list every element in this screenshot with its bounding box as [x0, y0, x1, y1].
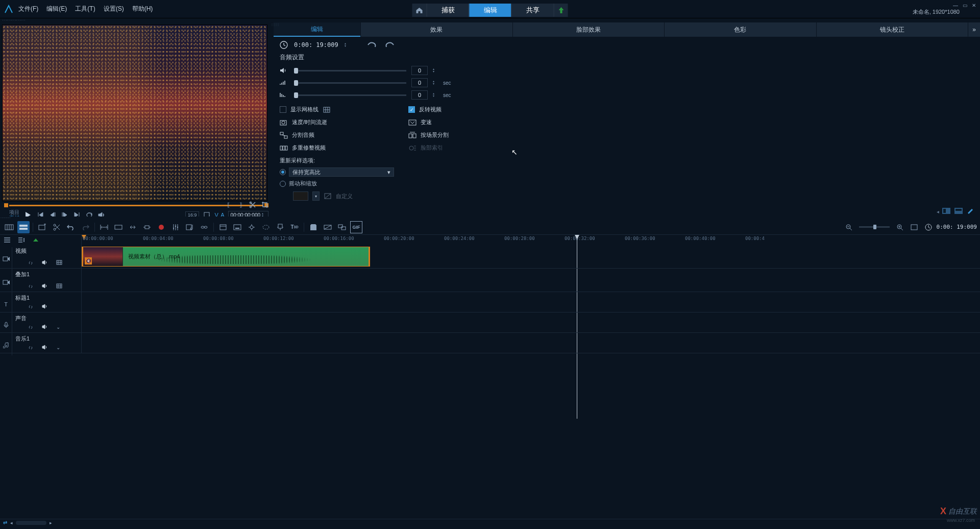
track-link-icon[interactable]: [28, 345, 34, 351]
subtab-color[interactable]: 色彩: [664, 22, 816, 37]
timeline-scrollbar[interactable]: ⇄ ◂ ▸: [0, 519, 980, 526]
scissors-icon[interactable]: [51, 221, 63, 233]
zoom-out-icon[interactable]: [843, 221, 855, 233]
fadein-slider[interactable]: [294, 82, 406, 84]
footer-edit-icon[interactable]: [967, 208, 976, 215]
subtab-expand-icon[interactable]: »: [968, 22, 980, 37]
track-motion-icon[interactable]: [246, 221, 258, 233]
duration-spinner[interactable]: ▴▾: [345, 42, 349, 47]
speed-timelapse-button[interactable]: 速度/时间流逝: [280, 118, 408, 126]
storyboard-view-icon[interactable]: [3, 221, 15, 233]
undo-button[interactable]: [65, 221, 77, 233]
track-disable-icon[interactable]: [56, 260, 62, 266]
track-link-icon[interactable]: [28, 260, 34, 266]
export-up-icon[interactable]: [554, 4, 568, 17]
snapshot-icon[interactable]: [307, 221, 320, 233]
clip-mute-icon[interactable]: 🔇: [85, 257, 92, 264]
track-mute-icon[interactable]: [42, 283, 48, 290]
subtitle-icon[interactable]: [231, 221, 243, 233]
fadeout-slider[interactable]: [294, 94, 406, 96]
show-gridlines-checkbox[interactable]: [280, 106, 286, 113]
track-link-icon[interactable]: [28, 304, 34, 310]
pan-zoom-icon[interactable]: [336, 221, 348, 233]
custom-color-dropdown[interactable]: ▾: [312, 191, 320, 201]
track-header-overlay[interactable]: 叠加1: [0, 269, 82, 292]
split-by-scene-button[interactable]: 按场景分割: [408, 131, 537, 139]
zoom-in-icon[interactable]: [894, 221, 906, 233]
track-header-sound[interactable]: 声音 ⌄: [0, 312, 82, 333]
track-mute-icon[interactable]: [42, 324, 48, 330]
show-gridlines-option[interactable]: 显示网格线: [280, 106, 408, 113]
track-header-video[interactable]: 视频: [0, 245, 82, 269]
marker-icon[interactable]: [274, 221, 286, 233]
scrub-bar[interactable]: ⟦ ⟧: [2, 202, 271, 208]
title-lane[interactable]: [82, 292, 980, 312]
maximize-button[interactable]: ▭: [962, 2, 968, 8]
scroll-right-icon[interactable]: ▸: [50, 520, 52, 525]
chain-icon[interactable]: [198, 221, 210, 233]
tracks-up-icon[interactable]: [32, 234, 40, 246]
close-button[interactable]: ✕: [971, 2, 977, 8]
volume-spinner[interactable]: ▴▾: [433, 68, 437, 73]
record-icon[interactable]: [155, 221, 167, 233]
custom-label[interactable]: 自定义: [336, 193, 353, 200]
mode-capture[interactable]: 捕获: [427, 4, 469, 17]
track-lanes[interactable]: 🔇 视频素材（总）.mp4: [82, 245, 980, 353]
track-disable-icon[interactable]: [56, 283, 62, 290]
multi-trim-button[interactable]: 多重修整视频: [280, 144, 408, 152]
menu-settings[interactable]: 设置(S): [104, 5, 124, 13]
scrollbar-toggle-icon[interactable]: ⇄: [3, 520, 7, 525]
reverse-video-checkbox[interactable]: ✓: [408, 106, 415, 113]
mode-share[interactable]: 共享: [511, 4, 554, 17]
list-menu-icon[interactable]: [3, 234, 11, 246]
menu-file[interactable]: 文件(F): [18, 5, 38, 13]
scroll-left-icon[interactable]: ◂: [10, 520, 13, 525]
volume-slider[interactable]: [294, 70, 406, 71]
track-header-title[interactable]: T 标题1: [0, 292, 82, 312]
track-expand-icon[interactable]: ⌄: [56, 345, 60, 351]
mark-out-icon[interactable]: ⟧: [236, 200, 245, 209]
fadeout-spinner[interactable]: ▴▾: [433, 92, 437, 98]
slip-icon[interactable]: [127, 221, 139, 233]
grid-settings-icon[interactable]: [323, 106, 331, 113]
custom-color-swatch[interactable]: [293, 191, 308, 201]
track-link-icon[interactable]: [28, 283, 34, 290]
scroll-thumb[interactable]: [16, 521, 46, 525]
track-header-music[interactable]: 音乐1 ⌄: [0, 333, 82, 353]
crop-icon[interactable]: [260, 200, 270, 209]
footer-layout2-icon[interactable]: [954, 208, 964, 215]
trim-in-out-icon[interactable]: [98, 221, 110, 233]
menu-help[interactable]: 帮助(H): [132, 5, 153, 13]
redo-button[interactable]: [79, 221, 91, 233]
mode-edit[interactable]: 编辑: [469, 4, 511, 17]
keep-aspect-radio[interactable]: 保持宽高比▾: [280, 167, 974, 177]
scrub-in-marker[interactable]: [4, 203, 8, 207]
footer-collapse-icon[interactable]: ◂: [937, 209, 939, 214]
reverse-video-option[interactable]: ✓ 反转视频: [408, 106, 537, 113]
minimize-button[interactable]: —: [952, 2, 959, 8]
undo-icon[interactable]: [367, 41, 378, 49]
pan-zoom-radio[interactable]: 摇动和缩放: [280, 180, 974, 187]
track-expand-icon[interactable]: ⌄: [56, 324, 60, 330]
timeline-view-icon[interactable]: [17, 221, 30, 233]
split-audio-button[interactable]: 分割音频: [280, 131, 408, 139]
preview-viewport[interactable]: [2, 25, 267, 201]
sound-lane[interactable]: [82, 312, 980, 333]
transition-icon[interactable]: [322, 221, 334, 233]
add-clip-icon[interactable]: [36, 221, 48, 233]
timeline-ruler[interactable]: 00:00:00:00 00:00:04:00 00:00:08:00 00:0…: [82, 235, 980, 245]
menu-edit[interactable]: 编辑(E): [46, 5, 67, 13]
fit-project-icon[interactable]: [112, 221, 125, 233]
subtab-face[interactable]: 脸部效果: [512, 22, 665, 37]
zoom-slider[interactable]: [859, 226, 890, 228]
t3d-icon[interactable]: T3D: [288, 221, 301, 233]
gif-icon[interactable]: GIF: [350, 221, 362, 233]
volume-value[interactable]: [411, 66, 428, 75]
footer-layout1-icon[interactable]: [942, 208, 951, 215]
mixer-icon[interactable]: [169, 221, 182, 233]
track-mute-icon[interactable]: [42, 304, 48, 310]
track-link-icon[interactable]: [28, 324, 34, 330]
custom-icon[interactable]: [324, 193, 332, 200]
auto-music-icon[interactable]: [184, 221, 196, 233]
video-lane[interactable]: 🔇 视频素材（总）.mp4: [82, 245, 980, 269]
